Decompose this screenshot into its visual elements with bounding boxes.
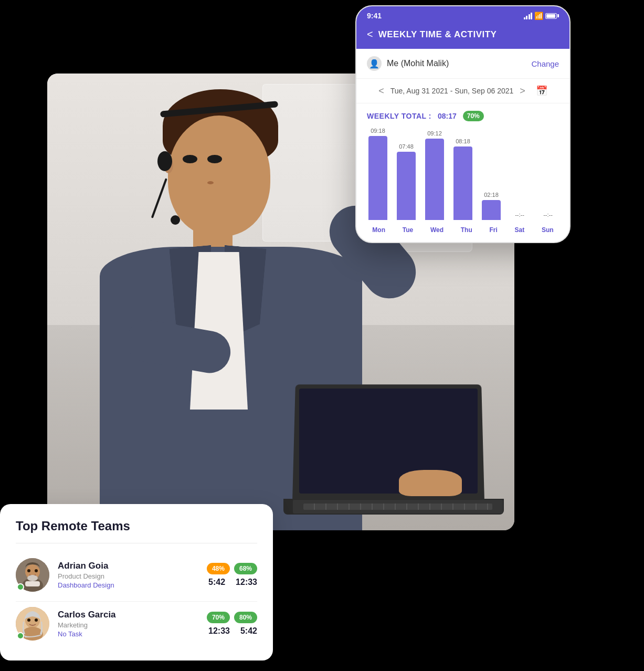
- bar-fri: 02:18: [477, 192, 505, 220]
- badge-yellow-1: 48%: [207, 563, 230, 574]
- status-bar: 9:41 📶: [356, 6, 569, 23]
- day-label-mon: Mon: [372, 226, 385, 234]
- stat-time1-2: 12:33: [208, 626, 230, 636]
- svg-point-10: [27, 618, 30, 622]
- chart-bars: 09:18 07:48 09:12 08:18 02:18: [364, 125, 562, 220]
- calendar-icon[interactable]: 📅: [536, 85, 547, 97]
- svg-point-5: [35, 569, 38, 572]
- stats-badges-2: 70% 80%: [207, 612, 257, 623]
- user-name: Me (Mohit Malik): [387, 59, 449, 68]
- stat-time2-2: 5:42: [240, 626, 257, 636]
- avatar-wrap-2: [16, 607, 49, 641]
- bar-mon: 09:18: [364, 128, 392, 220]
- date-range-text: Tue, Aug 31 2021 - Sun, Sep 06 2021: [390, 87, 514, 95]
- phone-card: 9:41 📶 < WEEKLY TIME & ACTIVITY 👤 Me (Mo…: [355, 5, 571, 243]
- svg-point-11: [35, 618, 38, 622]
- stats-times-1: 5:42 12:33: [208, 578, 257, 587]
- status-time: 9:41: [367, 12, 382, 20]
- user-icon: 👤: [367, 56, 382, 71]
- user-row: 👤 Me (Mohit Malik) Change: [356, 49, 569, 79]
- bar-tue: 07:48: [392, 143, 420, 220]
- bar-mon-bar: [368, 136, 387, 220]
- weekly-total: WEEKLY TOTAL : 08:17 70%: [356, 103, 569, 125]
- day-label-tue: Tue: [403, 226, 413, 234]
- prev-date-button[interactable]: <: [378, 86, 384, 97]
- phone-header: < WEEKLY TIME & ACTIVITY: [356, 23, 569, 49]
- change-button[interactable]: Change: [531, 59, 559, 68]
- day-label-sun: Sun: [542, 226, 554, 234]
- svg-point-6: [27, 575, 38, 581]
- bar-tue-bar: [397, 152, 416, 220]
- badge-green-1: 68%: [234, 563, 257, 574]
- member-name-1: Adrian Goia: [58, 561, 198, 571]
- teams-card: Top Remote Teams: [0, 504, 273, 660]
- chart-area: 09:18 07:48 09:12 08:18 02:18: [356, 125, 569, 242]
- weekly-percent-badge: 70%: [463, 111, 484, 121]
- chart-day-labels: Mon Tue Wed Thu Fri Sat Sun: [364, 224, 562, 234]
- bar-fri-time: 02:18: [484, 192, 499, 198]
- member-stats-1: 48% 68% 5:42 12:33: [207, 563, 257, 587]
- bar-thu: 08:18: [449, 138, 477, 220]
- stat-time2-1: 12:33: [236, 578, 257, 587]
- bar-sun-time: --:--: [543, 212, 553, 218]
- online-dot-2: [17, 632, 24, 639]
- bar-thu-bar: [453, 146, 472, 220]
- bar-fri-bar: [482, 200, 501, 220]
- wifi-icon: 📶: [534, 12, 543, 20]
- member-task-2: No Task: [58, 630, 198, 638]
- bar-wed-bar: [425, 139, 444, 220]
- bar-wed: 09:12: [420, 130, 449, 220]
- bar-tue-time: 07:48: [399, 143, 414, 150]
- battery-icon: [545, 13, 559, 19]
- avatar-wrap-1: [16, 558, 49, 592]
- user-left: 👤 Me (Mohit Malik): [367, 56, 449, 71]
- day-label-sat: Sat: [515, 226, 525, 234]
- day-label-thu: Thu: [461, 226, 472, 234]
- bar-thu-time: 08:18: [456, 138, 470, 144]
- team-member-1: Adrian Goia Product Design Dashboard Des…: [16, 553, 257, 597]
- next-date-button[interactable]: >: [520, 86, 525, 97]
- badge-green-2b: 80%: [234, 612, 257, 623]
- svg-rect-3: [25, 581, 40, 586]
- day-label-wed: Wed: [430, 226, 444, 234]
- team-member-2: Carlos Garcia Marketing No Task 70% 80% …: [16, 601, 257, 646]
- badge-green-2a: 70%: [207, 612, 230, 623]
- day-label-fri: Fri: [489, 226, 497, 234]
- online-dot-1: [17, 583, 24, 591]
- member-task-1: Dashboard Design: [58, 581, 198, 589]
- member-info-1: Adrian Goia Product Design Dashboard Des…: [58, 561, 198, 589]
- signal-icon: [524, 13, 533, 19]
- header-title: WEEKLY TIME & ACTIVITY: [378, 29, 497, 40]
- back-button[interactable]: <: [367, 28, 373, 40]
- bar-sat-time: --:--: [515, 212, 524, 218]
- stats-times-2: 12:33 5:42: [208, 626, 257, 636]
- bar-sun: --:--: [534, 212, 562, 220]
- member-role-1: Product Design: [58, 572, 198, 580]
- stat-time1-1: 5:42: [208, 578, 225, 587]
- member-name-2: Carlos Garcia: [58, 610, 198, 620]
- weekly-total-label: WEEKLY TOTAL :: [367, 112, 431, 120]
- teams-title: Top Remote Teams: [16, 519, 257, 533]
- date-row: < Tue, Aug 31 2021 - Sun, Sep 06 2021 > …: [356, 79, 569, 103]
- teams-divider: [16, 543, 257, 543]
- svg-point-4: [27, 569, 30, 572]
- bar-sat: --:--: [505, 212, 534, 220]
- bar-mon-time: 09:18: [371, 128, 385, 134]
- member-role-2: Marketing: [58, 621, 198, 629]
- stats-badges-1: 48% 68%: [207, 563, 257, 574]
- status-icons: 📶: [524, 12, 559, 20]
- bar-wed-time: 09:12: [427, 130, 442, 137]
- member-stats-2: 70% 80% 12:33 5:42: [207, 612, 257, 636]
- weekly-total-time: 08:17: [438, 112, 457, 120]
- member-info-2: Carlos Garcia Marketing No Task: [58, 610, 198, 638]
